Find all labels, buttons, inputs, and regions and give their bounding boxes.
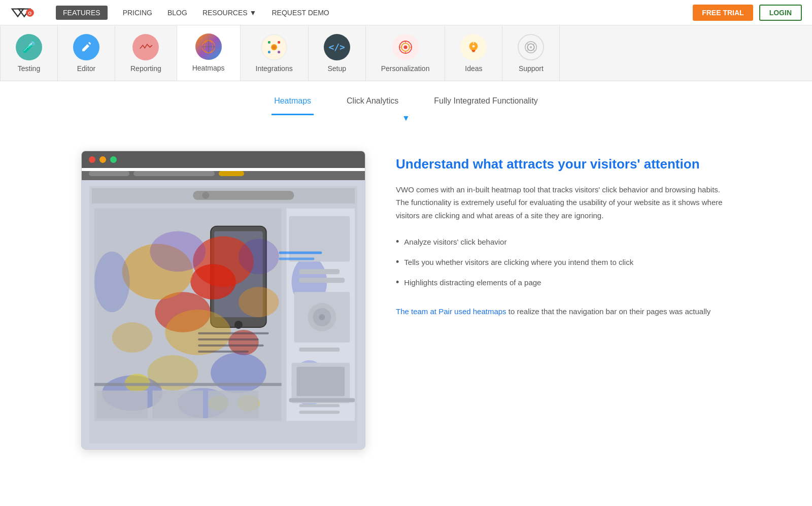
- heatmaps-icon: [195, 33, 222, 60]
- svg-rect-70: [299, 278, 345, 283]
- heatmap-visualization: [82, 180, 365, 449]
- integrations-label: Integrations: [256, 64, 293, 73]
- link-paragraph: The team at Pair used heatmaps to realiz…: [396, 305, 731, 318]
- main-heading: Understand what attracts your visitors' …: [396, 156, 731, 173]
- svg-rect-23: [472, 50, 476, 51]
- feature-bullets: Analyze visitors' click behavior Tells y…: [396, 232, 731, 293]
- nav-blog[interactable]: BLOG: [167, 9, 187, 17]
- svg-point-52: [112, 322, 153, 353]
- login-button[interactable]: LOGIN: [759, 5, 802, 21]
- svg-point-74: [319, 314, 325, 320]
- bullet-item-1: Analyze visitors' click behavior: [396, 232, 731, 252]
- url-pill-3: [219, 171, 244, 176]
- feature-nav-heatmaps[interactable]: Heatmaps: [177, 25, 241, 81]
- nav-pricing[interactable]: PRICING: [123, 9, 152, 17]
- free-trial-button[interactable]: FREE TRIAL: [693, 5, 753, 21]
- feature-navigation: 🧪 Testing Editor Reporting Heatmaps: [0, 25, 812, 81]
- svg-rect-64: [94, 383, 282, 386]
- nav-resources[interactable]: RESOURCES ▼: [202, 9, 257, 17]
- svg-line-32: [533, 49, 535, 51]
- ideas-icon: [460, 34, 487, 60]
- browser-close-dot: [89, 156, 95, 163]
- browser-maximize-dot: [110, 156, 117, 163]
- svg-point-33: [530, 46, 532, 48]
- nav-request-demo[interactable]: REQUEST DEMO: [272, 9, 329, 17]
- bullet-item-2: Tells you whether visitors are clicking …: [396, 252, 731, 273]
- feature-nav-integrations[interactable]: Integrations: [241, 26, 309, 81]
- svg-point-43: [234, 321, 243, 329]
- svg-rect-68: [289, 216, 350, 262]
- svg-rect-85: [198, 345, 264, 347]
- sub-tabs-container: Heatmaps Click Analytics Fully Integrate…: [0, 81, 812, 125]
- sub-tab-click-analytics[interactable]: Click Analytics: [344, 91, 401, 115]
- svg-rect-13: [268, 51, 270, 53]
- browser-minimize-dot: [99, 156, 106, 163]
- dropdown-arrow-icon: ▼: [250, 9, 257, 17]
- feature-nav-ideas[interactable]: Ideas: [445, 26, 502, 81]
- editor-label: Editor: [77, 64, 96, 73]
- svg-rect-78: [289, 398, 355, 402]
- svg-rect-83: [198, 332, 269, 334]
- feature-nav-reporting[interactable]: Reporting: [115, 26, 177, 81]
- svg-rect-69: [299, 269, 340, 274]
- svg-rect-14: [278, 51, 280, 53]
- heatmaps-label: Heatmaps: [192, 64, 225, 72]
- svg-rect-24: [472, 51, 475, 52]
- svg-point-57: [94, 251, 130, 312]
- support-label: Support: [519, 64, 544, 73]
- svg-rect-79: [299, 404, 340, 407]
- description-text: VWO comes with an in-built heatmap tool …: [396, 183, 731, 222]
- svg-line-29: [527, 43, 529, 45]
- browser-url-bar: [82, 171, 365, 180]
- feature-nav-editor[interactable]: Editor: [58, 26, 115, 81]
- svg-line-30: [533, 43, 535, 45]
- testing-icon: 🧪: [16, 34, 42, 60]
- editor-icon: [73, 34, 99, 60]
- svg-point-53: [211, 353, 266, 393]
- reporting-icon: [132, 34, 159, 60]
- integrations-icon: [261, 34, 287, 60]
- sub-tab-heatmaps[interactable]: Heatmaps: [272, 91, 314, 115]
- url-pill-1: [89, 171, 129, 176]
- nav-features[interactable]: FEATURES: [56, 6, 108, 20]
- svg-point-10: [272, 45, 276, 49]
- top-navigation: O FEATURES PRICING BLOG RESOURCES ▼ REQU…: [0, 0, 812, 25]
- feature-nav-setup[interactable]: </> Setup: [309, 26, 366, 81]
- svg-point-26: [472, 45, 475, 47]
- svg-point-38: [202, 192, 209, 199]
- setup-label: Setup: [327, 64, 346, 73]
- top-nav-links: FEATURES PRICING BLOG RESOURCES ▼ REQUES…: [56, 6, 693, 20]
- feature-nav-personalization[interactable]: Personalization: [366, 26, 446, 81]
- top-nav-right: FREE TRIAL LOGIN: [693, 5, 802, 21]
- sub-tab-fully-integrated[interactable]: Fully Integrated Functionality: [431, 91, 540, 115]
- reporting-label: Reporting: [130, 64, 161, 73]
- ideas-label: Ideas: [465, 64, 482, 73]
- personalization-icon: [392, 34, 419, 60]
- logo[interactable]: O: [10, 5, 41, 20]
- pair-link[interactable]: The team at Pair used heatmaps: [396, 307, 506, 316]
- svg-rect-82: [279, 257, 315, 260]
- svg-point-45: [190, 264, 236, 299]
- browser-mockup: [81, 151, 365, 450]
- url-pill-2: [133, 171, 215, 176]
- sub-tab-active-indicator: ▼: [0, 114, 812, 125]
- svg-rect-77: [296, 367, 345, 396]
- svg-rect-67: [208, 390, 259, 418]
- svg-rect-12: [278, 41, 280, 44]
- personalization-label: Personalization: [381, 64, 430, 73]
- main-content: Understand what attracts your visitors' …: [51, 125, 761, 475]
- setup-icon: </>: [324, 34, 350, 60]
- svg-rect-84: [198, 339, 259, 341]
- testing-label: Testing: [18, 64, 40, 73]
- sub-tabs: Heatmaps Click Analytics Fully Integrate…: [0, 81, 812, 116]
- feature-nav-testing[interactable]: 🧪 Testing: [0, 26, 58, 81]
- svg-rect-65: [97, 390, 148, 418]
- right-content: Understand what attracts your visitors' …: [396, 151, 731, 328]
- svg-point-59: [150, 231, 206, 272]
- svg-rect-80: [299, 411, 340, 414]
- svg-point-60: [239, 239, 279, 275]
- bullet-item-3: Highlights distracting elements of a pag…: [396, 273, 731, 293]
- svg-line-31: [527, 49, 529, 51]
- feature-nav-support[interactable]: Support: [502, 26, 560, 81]
- browser-title-bar: [82, 151, 365, 168]
